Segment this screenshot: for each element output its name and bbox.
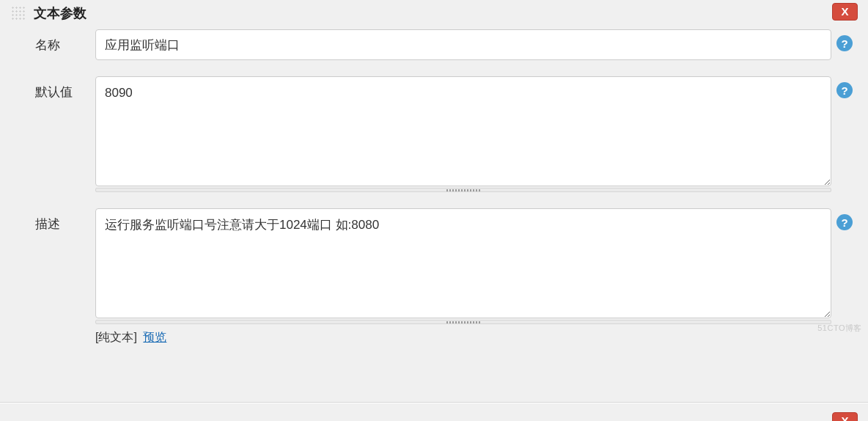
row-default: 默认值 ? [35, 76, 858, 192]
name-label: 名称 [35, 29, 95, 54]
name-input[interactable] [95, 29, 831, 60]
format-line: [纯文本] 预览 [95, 330, 831, 345]
section-title: 文本参数 [34, 4, 87, 22]
description-label: 描述 [35, 208, 95, 233]
help-icon[interactable]: ? [836, 82, 853, 98]
default-label: 默认值 [35, 76, 95, 100]
section-divider [0, 402, 868, 403]
format-mode-label: [纯文本] [95, 331, 137, 343]
help-icon[interactable]: ? [836, 35, 853, 51]
resize-handle[interactable] [95, 320, 831, 324]
section-header: 文本参数 [0, 0, 868, 29]
default-value-textarea[interactable] [95, 76, 831, 186]
description-textarea[interactable] [95, 208, 831, 318]
help-icon[interactable]: ? [836, 214, 853, 230]
form-area: 名称 ? 默认值 ? 描述 [纯文本] [0, 29, 868, 345]
resize-handle[interactable] [95, 188, 831, 192]
close-button[interactable]: X [832, 3, 858, 21]
drag-grip-icon[interactable] [10, 5, 26, 21]
preview-link[interactable]: 预览 [143, 331, 166, 343]
row-description: 描述 [纯文本] 预览 ? [35, 208, 858, 345]
text-parameter-panel: X 文本参数 名称 ? 默认值 ? 描述 [0, 0, 868, 345]
row-name: 名称 ? [35, 29, 858, 60]
close-button[interactable]: X [832, 412, 858, 421]
